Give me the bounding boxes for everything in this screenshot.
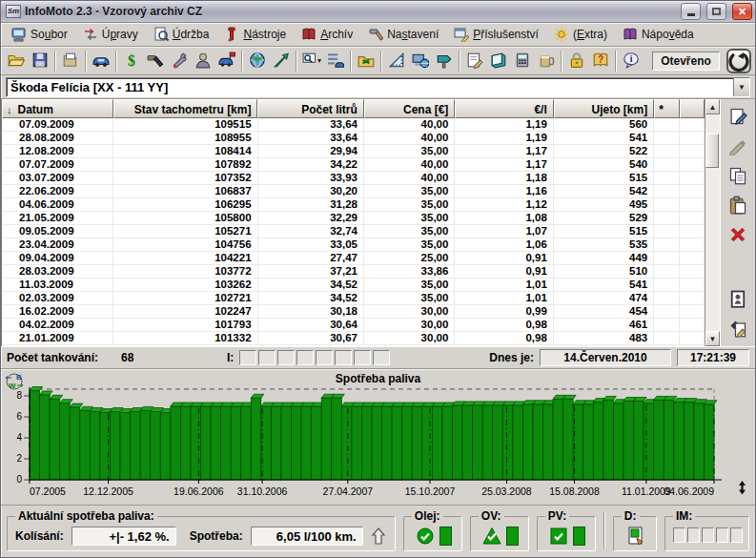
table-row[interactable]: 02.03.200910272134,5235,001,01474 [2,292,705,305]
vehicle-combobox[interactable]: Škoda Felícia [XX - 111 YY] ▼ [6,77,750,97]
table-row[interactable]: 28.03.200910377237,2133,860,91510 [2,265,705,279]
contact-button[interactable] [725,287,751,312]
mug-button[interactable] [535,50,558,72]
car-flag-button[interactable] [215,50,238,72]
table-row[interactable]: 22.06.200910683730,2035,001,16542 [2,185,705,198]
book-teal-button[interactable] [487,50,510,72]
table-row[interactable]: 09.04.200910422127,4725,000,91449 [2,252,705,265]
help-book-button[interactable]: ? [589,50,612,72]
menu-item-8[interactable]: Nápověda [616,25,701,44]
vertical-scrollbar[interactable]: ▲ ▼ [705,99,720,346]
repaint-button[interactable] [725,317,751,341]
cell-empty [680,145,705,158]
search-drop-button[interactable]: ▾ [300,50,323,72]
cell: 21.05.2009 [2,212,113,225]
open-folder-button[interactable] [5,50,28,72]
table-row[interactable]: 21.01.200910133230,6730,000,98483 [2,332,705,345]
column-header-*[interactable]: * [654,99,680,118]
column-header-Datum[interactable]: ↓Datum [2,99,113,118]
combobox-dropdown-button[interactable]: ▼ [733,78,749,96]
dollar-button[interactable]: $ [120,50,143,72]
cell-empty [654,279,680,292]
table-row[interactable]: 11.03.200910326234,5235,001,01541 [2,279,705,292]
scroll-down-button[interactable]: ▼ [705,331,720,346]
cell-empty [654,158,680,172]
cell: 30,18 [258,305,364,319]
delete-x-button[interactable] [725,223,751,248]
print-button[interactable] [59,50,82,72]
cell-empty [654,319,680,332]
close-button[interactable]: ✕ [732,3,752,20]
column-header-€/l[interactable]: €/l [455,99,553,118]
save-button[interactable] [29,50,51,72]
scrollbar-thumb[interactable] [705,134,719,168]
menu-item-3[interactable]: Nástroje [217,25,293,44]
menu-item-1[interactable]: Úpravy [76,25,145,44]
column-header-Počet litrů[interactable]: Počet litrů [257,99,363,118]
wrench-button[interactable] [168,50,191,72]
status-row: Počet tankování: 68 I: Dnes je: 14.Červe… [1,346,755,369]
page-pencil-icon [728,107,747,128]
contact-icon [728,289,747,310]
open-folder-icon [8,52,25,71]
column-header-filler[interactable] [680,99,705,118]
paste-button[interactable] [725,194,751,218]
cell-empty [680,198,705,212]
cell-empty [654,305,680,319]
scrollbar-track[interactable] [705,114,720,331]
car-list-button[interactable] [324,50,347,72]
car-button[interactable] [90,50,112,72]
diary-icon[interactable] [626,526,645,547]
minimize-button[interactable] [681,3,701,20]
exit-button[interactable] [726,49,751,73]
note-edit-button[interactable] [463,50,486,72]
column-header-Cena [€][interactable]: Cena [€] [364,99,455,118]
table-row[interactable]: 21.05.200910580032,2935,001,08529 [2,212,705,225]
cell: 1,12 [455,198,553,212]
table-row[interactable]: 04.06.200910629531,2835,001,12495 [2,198,705,212]
signpost-button[interactable] [433,50,456,72]
dart-button[interactable] [270,50,293,72]
table-row[interactable]: 12.08.200910841429,9435,001,17522 [2,145,705,158]
ruler-button[interactable] [385,50,408,72]
svg-text:2: 2 [16,453,22,464]
cell: 108414 [113,145,257,158]
computer-globe-button[interactable] [409,50,432,72]
cell: 105271 [113,225,257,238]
globe-button[interactable] [246,50,269,72]
table-row[interactable]: 09.05.200910527132,7435,001,07515 [2,225,705,238]
table-row[interactable]: 07.09.200910951533,6440,001,19560 [2,118,705,132]
svg-text:15.08.2008: 15.08.2008 [549,486,600,497]
menu-item-6[interactable]: Příslušenství [447,25,545,44]
table-row[interactable]: 03.07.200910735233,9340,001,18515 [2,172,705,185]
lock-button[interactable] [565,50,588,72]
maximize-button[interactable] [706,3,726,20]
table-row[interactable]: 16.02.200910224730,1830,000,99454 [2,305,705,319]
copy-button[interactable] [725,164,751,189]
table-row[interactable]: 04.02.200910179330,6430,000,98461 [2,319,705,332]
menu-item-4[interactable]: Archív [295,25,359,44]
column-header-Stav tachometru [km][interactable]: Stav tachometru [km] [113,99,257,118]
pencil-button[interactable] [725,134,751,159]
cell: 0,91 [455,252,553,265]
folder-tools-button[interactable] [355,50,378,72]
menu-item-5[interactable]: Nastavení [361,25,445,44]
menu-item-2[interactable]: Údržba [147,25,216,44]
column-header-Ujeto [km][interactable]: Ujeto [km] [554,99,654,118]
cell: 1,01 [455,279,553,292]
table-row[interactable]: 07.07.200910789234,2240,001,17540 [2,158,705,172]
page-pencil-button[interactable] [725,105,751,130]
cell: 35,00 [364,212,455,225]
chart-canvas[interactable]: BW0246807.200512.12.200519.06.200631.10.… [1,369,755,505]
toolbar: $▾?i Otevřeno [1,47,755,75]
table-row[interactable]: 23.04.200910475633,0535,001,06535 [2,238,705,252]
menu-item-7[interactable]: (Extra) [547,25,614,44]
scroll-up-button[interactable]: ▲ [705,99,720,114]
calculator-button[interactable] [511,50,534,72]
info-button[interactable]: i [620,50,643,72]
person-button[interactable] [192,50,215,72]
cell: 33,05 [258,238,364,252]
table-row[interactable]: 28.08.200910895533,6440,001,19541 [2,132,705,145]
menu-item-0[interactable]: Soubor [5,25,74,44]
hammer2-button[interactable] [144,50,167,72]
